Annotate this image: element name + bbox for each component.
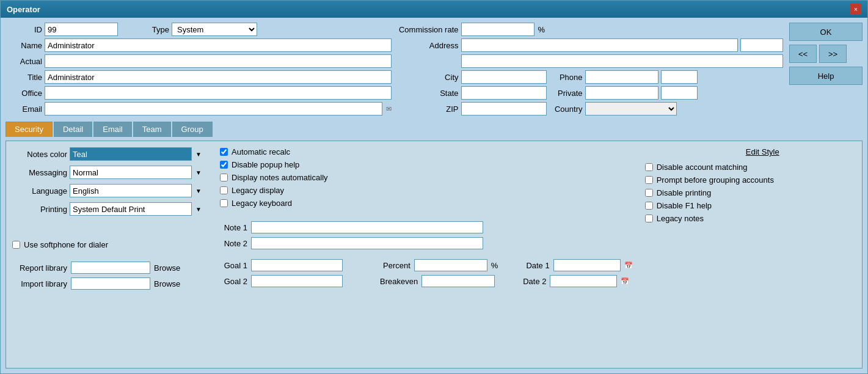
printing-row: Printing System Default Print Custom ▼ <box>12 202 208 216</box>
type-select[interactable]: System User Admin <box>172 23 257 36</box>
spacer4 <box>220 253 633 255</box>
browse1-button[interactable]: Browse <box>154 263 180 273</box>
country-select[interactable]: United States <box>585 102 677 116</box>
disable-account-matching-row: Disable account matching <box>645 163 779 172</box>
language-select-wrapper: English Spanish French <box>70 184 192 197</box>
office-field[interactable] <box>45 86 392 100</box>
zip-field[interactable] <box>461 102 547 116</box>
disable-f1-help-checkbox[interactable] <box>645 202 653 210</box>
address-field-extra[interactable] <box>740 38 783 52</box>
form-center: Commission rate % Address City Phone <box>398 23 784 116</box>
language-select[interactable]: English Spanish French <box>70 184 192 197</box>
report-library-field[interactable] <box>71 262 150 274</box>
breakeven-field[interactable] <box>421 275 495 287</box>
state-field[interactable] <box>461 86 547 100</box>
messaging-select[interactable]: Normal Advanced <box>70 166 192 179</box>
prompt-before-grouping-checkbox[interactable] <box>645 176 653 184</box>
printing-select[interactable]: System Default Print Custom <box>70 202 192 216</box>
edit-style-button[interactable]: Edit Style <box>746 147 779 156</box>
commission-field[interactable] <box>461 23 534 36</box>
goal1-label: Goal 1 <box>220 261 247 270</box>
note2-row: Note 2 <box>220 237 633 249</box>
legacy-notes-checkbox[interactable] <box>645 215 653 222</box>
legacy-display-row: Legacy display <box>220 186 633 195</box>
prompt-before-grouping-row: Prompt before grouping accounts <box>645 175 779 185</box>
softphone-checkbox[interactable] <box>12 241 20 249</box>
legacy-keyboard-checkbox[interactable] <box>220 199 228 207</box>
actual-row: Actual <box>5 54 392 68</box>
city-row: City Phone <box>398 70 784 84</box>
percent-suffix: % <box>491 261 498 270</box>
nav-buttons: << >> <box>789 45 863 63</box>
percent-field[interactable] <box>414 259 487 271</box>
automatic-recalc-row: Automatic recalc <box>220 147 633 156</box>
goal1-field[interactable] <box>251 259 343 271</box>
automatic-recalc-checkbox[interactable] <box>220 148 228 156</box>
city-label: City <box>398 73 459 82</box>
legacy-keyboard-row: Legacy keyboard <box>220 199 633 208</box>
disable-popup-help-row: Disable popup help <box>220 160 633 169</box>
address-row2 <box>398 54 784 68</box>
legacy-display-checkbox[interactable] <box>220 186 228 194</box>
notes-color-arrow-icon: ▼ <box>195 151 202 158</box>
country-select-wrapper: United States <box>585 102 677 116</box>
printing-label: Printing <box>12 205 67 214</box>
name-row: Name <box>5 38 392 52</box>
tab-email[interactable]: Email <box>93 122 132 137</box>
title-field[interactable] <box>45 70 392 84</box>
note2-field[interactable] <box>251 237 483 249</box>
goal2-field[interactable] <box>251 275 343 287</box>
form-right: OK << >> Help <box>789 23 863 85</box>
calendar1-icon: 📅 <box>624 262 633 270</box>
phone-field[interactable] <box>585 70 658 84</box>
spacer1 <box>12 221 208 230</box>
note1-field[interactable] <box>251 221 483 233</box>
goal2-label: Goal 2 <box>220 277 247 286</box>
tab-bar: Security Detail Email Team Group <box>5 122 863 137</box>
prev-button[interactable]: << <box>789 45 817 63</box>
help-button[interactable]: Help <box>789 67 863 85</box>
ok-button[interactable]: OK <box>789 23 863 41</box>
notes-color-label: Notes color <box>12 150 67 159</box>
printing-arrow-icon: ▼ <box>195 206 202 213</box>
tab-team[interactable]: Team <box>133 122 171 137</box>
tab-group[interactable]: Group <box>172 122 213 137</box>
disable-account-matching-checkbox[interactable] <box>645 163 653 171</box>
import-library-label: Import library <box>12 279 67 288</box>
next-button[interactable]: >> <box>819 45 847 63</box>
disable-printing-checkbox[interactable] <box>645 189 653 197</box>
notes-color-select[interactable]: Teal Red Blue Green Black <box>70 147 192 161</box>
automatic-recalc-label: Automatic recalc <box>232 147 290 156</box>
import-library-field[interactable] <box>71 277 150 290</box>
city-field[interactable] <box>461 70 547 84</box>
email-field[interactable] <box>45 102 382 116</box>
actual-field[interactable] <box>45 54 392 68</box>
name-field[interactable] <box>45 38 392 52</box>
phone-ext-field[interactable] <box>661 70 698 84</box>
address-field2[interactable] <box>461 54 784 68</box>
browse2-button[interactable]: Browse <box>154 279 180 288</box>
private-ext-field[interactable] <box>661 86 698 100</box>
date1-field[interactable] <box>553 259 621 271</box>
report-library-row: Report library Browse <box>12 262 208 274</box>
report-library-label: Report library <box>12 263 67 273</box>
tab-security[interactable]: Security <box>5 122 53 137</box>
commission-suffix: % <box>538 25 545 34</box>
security-tab-content: Notes color Teal Red Blue Green Black ▼ … <box>5 141 863 369</box>
date2-field[interactable] <box>550 275 617 287</box>
close-button[interactable]: × <box>850 4 861 15</box>
zip-row: ZIP Country United States <box>398 102 784 116</box>
display-notes-label: Display notes automatically <box>232 173 328 182</box>
commission-row: Commission rate % <box>398 23 784 36</box>
private-field[interactable] <box>585 86 658 100</box>
tab-detail[interactable]: Detail <box>54 122 92 137</box>
disable-popup-help-checkbox[interactable] <box>220 161 228 169</box>
display-notes-checkbox[interactable] <box>220 174 228 182</box>
id-field[interactable] <box>45 23 118 36</box>
title-bar: Operator × <box>1 1 867 18</box>
address-field1[interactable] <box>461 38 739 52</box>
operator-window: Operator × ID Type System User Admin <box>0 0 868 374</box>
country-label: Country <box>549 105 583 114</box>
spacer3 <box>220 211 633 218</box>
spacer2 <box>12 253 208 258</box>
